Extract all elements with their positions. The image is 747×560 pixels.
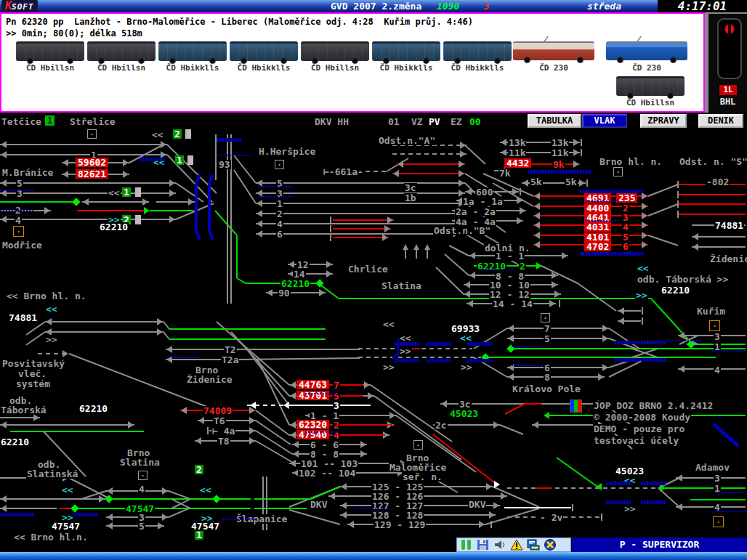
train-vehicle[interactable]: ČD Hbikklls bbox=[230, 41, 298, 61]
train-number-box[interactable]: 4702 bbox=[584, 242, 611, 251]
diagram-label: << Brno hl. n. bbox=[6, 291, 87, 301]
train-vehicle[interactable]: ČD Hbillsn bbox=[87, 41, 156, 61]
train-number-box[interactable]: 4432 bbox=[504, 158, 531, 168]
diagram-label: DKV bbox=[310, 500, 328, 509]
train-vehicle[interactable]: ČD 230 bbox=[606, 41, 687, 60]
diagram-label bbox=[135, 187, 141, 197]
speaker-icon[interactable] bbox=[493, 539, 506, 551]
indicator-00: 00 bbox=[469, 116, 481, 127]
station-box-icon[interactable]: . bbox=[541, 313, 550, 322]
track-diagram[interactable]: 15960282621M.Bránice5324<<1>>262210Modři… bbox=[0, 129, 747, 537]
diagram-label: << bbox=[199, 485, 212, 495]
train-route-line: Pn 62320 pp Lanžhot - Brno-Maloměřice - … bbox=[6, 17, 473, 27]
diagram-label bbox=[218, 153, 251, 156]
train-number-box[interactable]: 62320 bbox=[296, 420, 329, 429]
indicator-01: 01 bbox=[388, 116, 400, 127]
tab-vlak[interactable]: VLAK bbox=[582, 114, 627, 128]
diagram-label: 90 bbox=[278, 288, 291, 298]
diagram-label: 1 bbox=[276, 199, 283, 208]
diagram-label: 7 bbox=[333, 381, 340, 390]
station-box-icon[interactable]: . bbox=[87, 129, 97, 139]
station-box-icon[interactable]: . bbox=[613, 167, 623, 176]
station-box-icon[interactable]: . bbox=[413, 440, 423, 450]
train-vehicle[interactable]: ČD Hbikklls bbox=[158, 41, 227, 61]
close-icon[interactable] bbox=[544, 539, 557, 551]
station-box-icon[interactable]: . bbox=[709, 320, 720, 331]
pause-icon[interactable] bbox=[460, 539, 473, 551]
title-bar: KSOFT GVD 2007 2.změna 1090 3 středa 4:1… bbox=[0, 0, 747, 12]
diagram-label bbox=[641, 341, 666, 344]
diagram-label: 4 bbox=[15, 216, 22, 225]
diagram-label: 13k bbox=[551, 138, 569, 147]
diagram-label: 4 bbox=[276, 219, 283, 229]
diagram-label: << bbox=[108, 188, 121, 198]
diagram-label: 14 - 14 bbox=[492, 299, 533, 309]
diagram-label: T2 bbox=[224, 345, 237, 354]
diagram-label: 62210 bbox=[99, 222, 129, 232]
train-number-box[interactable]: 59602 bbox=[76, 158, 108, 167]
diagram-label: © 2000-2008 Koudy bbox=[593, 413, 691, 422]
diagram-label: 3 bbox=[714, 332, 721, 341]
diagram-label: 2 bbox=[195, 465, 203, 474]
diagram-label: 2a - 2a bbox=[455, 207, 496, 216]
diagram-label bbox=[480, 267, 513, 270]
diagram-label bbox=[570, 399, 582, 413]
signal-head-icon[interactable] bbox=[717, 18, 742, 79]
diagram-label: Odst. n. "S" bbox=[679, 157, 747, 166]
diagram-label bbox=[641, 482, 666, 485]
save-icon[interactable] bbox=[477, 539, 490, 551]
station-box-icon[interactable]: . bbox=[138, 471, 148, 480]
diagram-label: vleč. bbox=[17, 369, 47, 378]
diagram-label: ⊢-661a- bbox=[323, 167, 364, 176]
diagram-label bbox=[512, 344, 545, 347]
diagram-label: M.Bránice bbox=[1, 168, 54, 177]
diagram-label: Posvitavský bbox=[1, 359, 65, 368]
diagram-label: T2a bbox=[221, 355, 239, 365]
diagram-label: Slatinská bbox=[26, 469, 78, 479]
diagram-label: << bbox=[382, 320, 395, 329]
diagram-label: << Brno hl.n. bbox=[13, 532, 89, 542]
monitor-icon[interactable] bbox=[527, 539, 540, 551]
diagram-label bbox=[222, 517, 256, 520]
diagram-label: 45023 bbox=[449, 409, 479, 418]
station-box-icon[interactable]: . bbox=[275, 160, 284, 169]
train-vehicle[interactable]: ČD Hbikklls bbox=[443, 41, 512, 61]
diagram-label: 7k bbox=[498, 169, 512, 178]
train-number-box[interactable]: 4031 bbox=[584, 222, 611, 232]
diagram-label bbox=[395, 359, 419, 362]
tetcice-badge: 1 bbox=[45, 115, 54, 126]
diagram-label: 1 - 1 bbox=[495, 251, 525, 261]
diagram-label: systém bbox=[15, 379, 51, 389]
train-vehicle[interactable]: ČD Hbikklls bbox=[372, 41, 440, 61]
diagram-label: << bbox=[151, 130, 164, 139]
tab-tabulka[interactable]: TABULKA bbox=[528, 114, 581, 128]
station-box-icon[interactable]: . bbox=[13, 226, 24, 237]
train-vehicle[interactable]: ČD Hbillsn bbox=[16, 41, 84, 61]
train-number-box[interactable]: 82621 bbox=[76, 169, 108, 179]
diagram-label bbox=[135, 215, 141, 224]
tab-row: Tetčice 1 Střelice DKV HH 01VZPVEZ00 TAB… bbox=[0, 113, 747, 129]
train-number-box[interactable]: 44763 bbox=[296, 380, 329, 389]
diagram-label: 74809 bbox=[203, 406, 233, 415]
diagram-label: Slatina bbox=[119, 458, 161, 467]
diagram-label bbox=[217, 138, 241, 142]
diagram-label bbox=[528, 170, 591, 174]
train-vehicle[interactable]: ČD Hbillsn bbox=[301, 41, 369, 61]
tab-denik[interactable]: DENIK bbox=[698, 114, 743, 128]
train-vehicle[interactable]: ČD Hbillsn bbox=[616, 76, 685, 96]
train-number-box[interactable]: 235 bbox=[616, 193, 637, 203]
diagram-label: odb. Táborská >> bbox=[637, 275, 729, 284]
station-box-icon[interactable]: . bbox=[713, 516, 724, 527]
diagram-label: 5k bbox=[530, 177, 543, 187]
indicator-vz: VZ bbox=[411, 116, 423, 127]
diagram-label: 93 bbox=[218, 160, 231, 169]
tab-zpravy[interactable]: ZPRAVY bbox=[640, 114, 687, 128]
train-vehicle[interactable]: ČD 230 bbox=[513, 41, 594, 60]
diagram-label: >> bbox=[460, 362, 473, 372]
timetable-title: GVD 2007 2.změna bbox=[331, 1, 421, 12]
diagram-label bbox=[641, 358, 666, 362]
diagram-label: 5 bbox=[544, 334, 551, 344]
diagram-label: 102 -- 104 bbox=[298, 468, 356, 478]
diagram-label: -802 bbox=[706, 177, 730, 187]
warning-icon[interactable] bbox=[510, 539, 523, 551]
